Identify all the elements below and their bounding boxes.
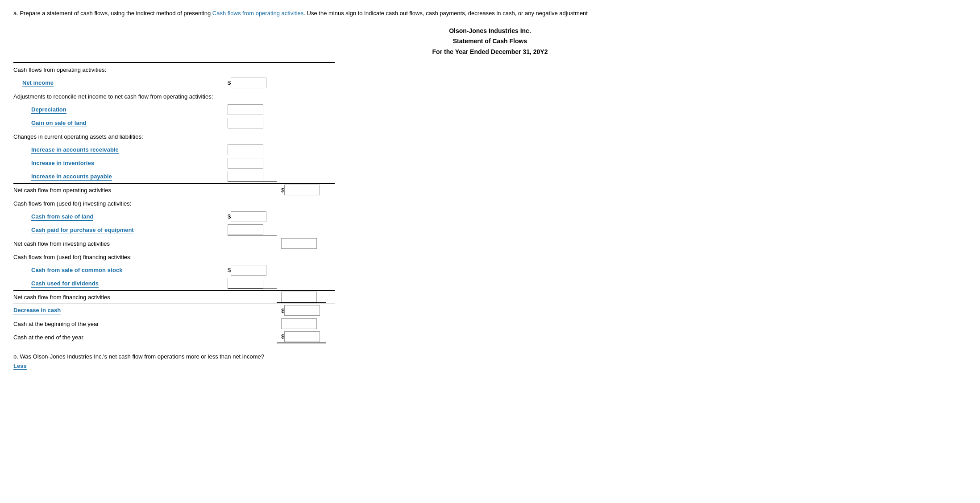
net-investing-input[interactable]: [281, 238, 317, 249]
statement-period: For the Year Ended December 31, 20Y2: [13, 47, 967, 58]
net-operating-input[interactable]: [284, 185, 320, 195]
gain-on-sale-input[interactable]: [228, 118, 263, 128]
cash-paid-equip-row: Cash paid for purchase of equipment: [13, 223, 335, 237]
cash-common-stock-row: Cash from sale of common stock $: [13, 264, 335, 277]
increase-inv-input[interactable]: [228, 158, 263, 169]
cash-end-dollar: $: [281, 333, 284, 340]
increase-ap-label: Increase in accounts payable: [31, 173, 112, 181]
cash-common-stock-dollar: $: [228, 267, 231, 273]
section-b-answer: Less: [13, 363, 27, 370]
increase-ar-label: Increase in accounts receivable: [31, 146, 119, 154]
cash-dividends-label: Cash used for dividends: [31, 280, 99, 288]
net-financing-label: Net cash flow from financing activities: [13, 294, 110, 301]
operating-header-row: Cash flows from operating activities:: [13, 63, 335, 76]
net-income-dollar: $: [228, 79, 231, 86]
net-income-label: Net income: [22, 79, 54, 87]
instruction-prefix: a. Prepare a statement of cash flows, us…: [13, 10, 212, 16]
net-income-row: Net income $: [13, 76, 335, 90]
cash-beginning-input[interactable]: [281, 318, 317, 329]
statement-header: Olson-Jones Industries Inc. Statement of…: [13, 26, 967, 58]
depreciation-label: Depreciation: [31, 106, 66, 114]
section-b: b. Was Olson-Jones Industries Inc.'s net…: [13, 353, 967, 370]
cash-common-stock-label: Cash from sale of common stock: [31, 267, 122, 274]
cash-sale-land-dollar: $: [228, 213, 231, 220]
cash-sale-land-label: Cash from sale of land: [31, 213, 93, 221]
decrease-cash-input[interactable]: [284, 305, 320, 316]
changes-header-label: Changes in current operating assets and …: [13, 133, 143, 140]
cash-paid-equip-input[interactable]: [228, 224, 263, 235]
financing-header-row: Cash flows from (used for) financing act…: [13, 250, 335, 264]
statement-title: Statement of Cash Flows: [13, 36, 967, 47]
net-operating-row: Net cash flow from operating activities …: [13, 183, 335, 197]
cash-sale-land-input[interactable]: [231, 211, 266, 222]
net-investing-label: Net cash flow from investing activities: [13, 240, 110, 247]
adjustments-header-row: Adjustments to reconcile net income to n…: [13, 90, 335, 103]
investing-header-label: Cash flows from (used for) investing act…: [13, 200, 131, 207]
operating-header-label: Cash flows from operating activities:: [13, 66, 106, 73]
increase-ap-row: Increase in accounts payable: [13, 170, 335, 183]
financing-header-label: Cash flows from (used for) financing act…: [13, 254, 132, 260]
net-financing-row: Net cash flow from financing activities: [13, 290, 335, 304]
gain-on-sale-label: Gain on sale of land: [31, 120, 87, 127]
net-financing-input[interactable]: [281, 292, 317, 302]
instruction-text: a. Prepare a statement of cash flows, us…: [13, 9, 967, 18]
gain-on-sale-row: Gain on sale of land: [13, 116, 335, 130]
company-name: Olson-Jones Industries Inc.: [13, 26, 967, 37]
cash-beginning-row: Cash at the beginning of the year: [13, 317, 335, 330]
increase-ar-input[interactable]: [228, 144, 263, 155]
increase-ap-input[interactable]: [228, 171, 263, 181]
adjustments-header-label: Adjustments to reconcile net income to n…: [13, 93, 213, 100]
operating-activities-link: Cash flows from operating activities: [212, 10, 303, 16]
cash-end-row: Cash at the end of the year $: [13, 330, 335, 344]
depreciation-input[interactable]: [228, 104, 263, 115]
cash-paid-equip-label: Cash paid for purchase of equipment: [31, 227, 134, 234]
net-operating-label: Net cash flow from operating activities: [13, 187, 111, 194]
net-operating-dollar: $: [281, 187, 284, 194]
cash-sale-land-row: Cash from sale of land $: [13, 210, 335, 223]
instruction-suffix: . Use the minus sign to indicate cash ou…: [303, 10, 588, 16]
decrease-cash-row: Decrease in cash $: [13, 304, 335, 317]
cash-dividends-input[interactable]: [228, 278, 263, 289]
depreciation-row: Depreciation: [13, 103, 335, 116]
cash-dividends-row: Cash used for dividends: [13, 277, 335, 290]
cash-end-label: Cash at the end of the year: [13, 334, 83, 341]
investing-header-row: Cash flows from (used for) investing act…: [13, 197, 335, 210]
decrease-cash-label: Decrease in cash: [13, 307, 61, 314]
section-b-question: b. Was Olson-Jones Industries Inc.'s net…: [13, 353, 967, 360]
net-investing-row: Net cash flow from investing activities: [13, 237, 335, 250]
cash-beginning-label: Cash at the beginning of the year: [13, 321, 99, 327]
increase-inv-label: Increase in inventories: [31, 160, 94, 167]
decrease-cash-dollar: $: [281, 307, 284, 314]
cash-common-stock-input[interactable]: [231, 265, 266, 276]
net-income-input[interactable]: [231, 78, 266, 88]
cash-end-input[interactable]: [284, 331, 320, 342]
increase-inv-row: Increase in inventories: [13, 157, 335, 170]
changes-header-row: Changes in current operating assets and …: [13, 130, 335, 143]
increase-ar-row: Increase in accounts receivable: [13, 143, 335, 157]
